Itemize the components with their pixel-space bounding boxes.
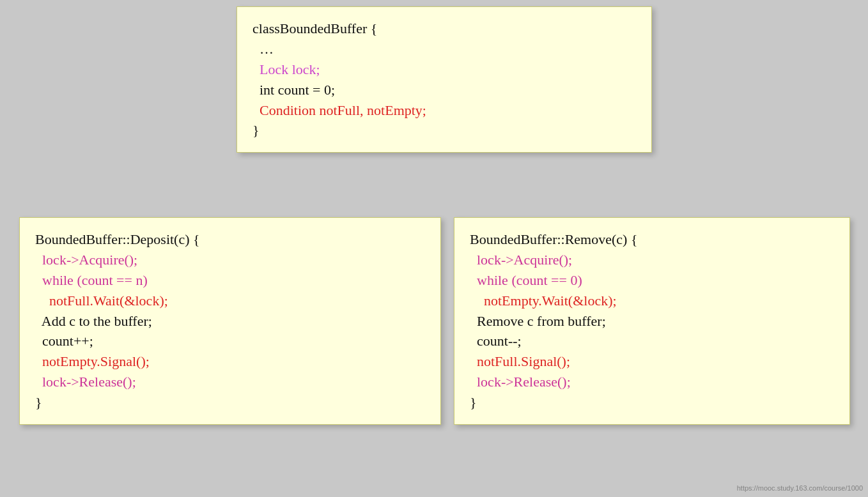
class-code: classBoundedBuffer { … Lock lock; int co… <box>252 19 636 141</box>
deposit-code: BoundedBuffer::Deposit(c) { lock->Acquir… <box>35 229 425 413</box>
watermark-text: https://mooc.study.163.com/course/1000 <box>737 484 863 492</box>
class-definition-card: classBoundedBuffer { … Lock lock; int co… <box>236 6 652 153</box>
remove-code: BoundedBuffer::Remove(c) { lock->Acquire… <box>470 229 834 413</box>
deposit-method-card: BoundedBuffer::Deposit(c) { lock->Acquir… <box>19 217 441 425</box>
remove-method-card: BoundedBuffer::Remove(c) { lock->Acquire… <box>454 217 850 425</box>
